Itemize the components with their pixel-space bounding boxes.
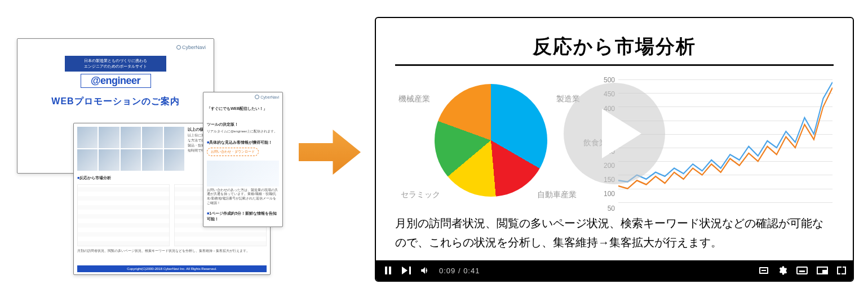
playlist-icon[interactable] [759,267,768,274]
detail-slide-right: CyberNavi 「すぐにでもWEB配信したい！」 ツールの決定版！ リアルタ… [203,92,283,227]
banner-line-1: 日本の製造業とものづくりに携わる [66,58,165,64]
arrow-icon [299,130,361,175]
captions-icon[interactable] [796,267,808,274]
banner: 日本の製造業とものづくりに携わる エンジニアのためのポータルサイト [65,56,166,72]
gear-icon[interactable] [777,265,787,276]
slide-caption: 月別の訪問者状況、閲覧の多いページ状況、検索キーワード状況などの確認が可能なので… [395,214,834,252]
engineer-logo: @engineer [81,74,151,88]
photo-grid [77,127,184,171]
brand-header: CyberNavi [176,45,206,50]
headline-1: 「すぐにでもWEB配信したい！」 [207,106,279,112]
bubble-label: お問い合わせ・ダウンロード [207,148,259,156]
section-market-copy: 月別の訪問者状況、閲覧の多いページ状況、検索キーワード状況などを分析し、集客維持… [77,248,267,253]
fullscreen-icon[interactable] [837,267,846,274]
section-fast: 1ページ作成約5分！新鮮な情報を告知可能！ [207,211,279,222]
document-stack: CyberNavi 日本の製造業とものづくりに携わる エンジニアのためのポータル… [17,38,271,247]
brand-header-small: CyberNavi [255,95,279,99]
leads-copy: お問い合わせのあった方は、製造業の現場の共通が共通を持っています。業種/職種・役… [207,188,279,206]
play-overlay-icon[interactable] [564,83,665,184]
screenshot-placeholder [207,161,279,187]
title-rule [395,64,834,66]
video-controls: 0:09 / 0:41 [376,260,853,281]
pie-graphic [435,84,547,197]
banner-line-2: エンジニアのためのポータルサイト [66,64,165,69]
slide-title: 反応から市場分析 [395,34,834,60]
video-player: 反応から市場分析 機械産業 製造業 セラミック 自動車産業 飲食業 500 45… [375,17,854,282]
copyright-footer: Copyright(C)2000-2018 CyberNavi Inc. All… [77,265,267,272]
time-display: 0:09 / 0:41 [439,267,480,275]
headline-2: ツールの決定版！ [207,122,279,127]
pie-label-4: 自動車産業 [537,190,577,200]
pause-icon[interactable] [383,265,393,276]
next-icon[interactable] [402,267,411,274]
section-leads: 具体的な見込み客情報が獲得可能！ [207,140,279,145]
subhead: リアルタイムに@engineer上に配信されます。 [207,129,279,134]
pie-chart: 機械産業 製造業 セラミック 自動車産業 飲食業 [395,76,587,206]
mini-screenshot [77,184,170,246]
stage: CyberNavi 日本の製造業とものづくりに携わる エンジニアのためのポータル… [0,0,868,284]
pip-icon[interactable] [817,267,828,274]
volume-icon[interactable] [420,265,430,276]
pie-label-3: セラミック [401,190,440,200]
cover-title: WEBプロモーションのご案内 [24,96,207,108]
pie-label-1: 機械産業 [398,94,430,104]
clock-graphic [207,225,279,227]
